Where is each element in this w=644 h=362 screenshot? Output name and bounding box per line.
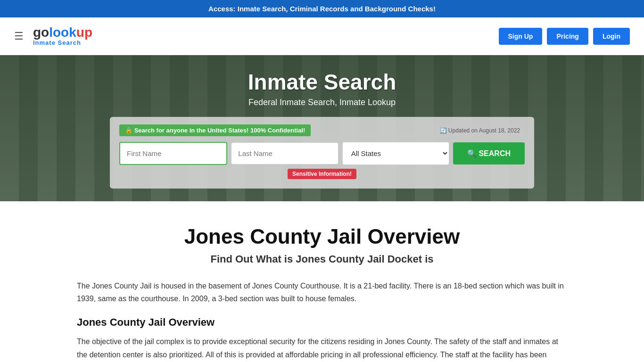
search-icon: 🔍 — [467, 149, 477, 157]
page-heading: Jones County Jail Overview — [77, 225, 567, 248]
main-content: Jones County Jail Overview Find Out What… — [63, 201, 581, 362]
top-banner: Access: Inmate Search, Criminal Records … — [0, 0, 644, 17]
search-label: SEARCH — [479, 149, 511, 157]
last-name-input[interactable] — [231, 142, 338, 165]
signup-button[interactable]: Sign Up — [499, 28, 543, 45]
search-container: Search for anyone in the United States! … — [110, 117, 534, 189]
updated-text: Updated on August 18, 2022 — [435, 125, 525, 136]
logo-subtitle: Inmate Search — [33, 39, 81, 46]
logo-ook: ook — [53, 25, 76, 40]
logo-up: up — [76, 25, 92, 40]
first-name-input[interactable] — [119, 142, 227, 165]
hero-section: Inmate Search Federal Inmate Search, Inm… — [0, 55, 644, 201]
hero-title: Inmate Search — [0, 69, 644, 95]
search-fields: All StatesAlabamaAlaskaArizonaArkansasCa… — [119, 142, 525, 165]
header-left: ☰ golookup Inmate Search — [14, 26, 92, 46]
search-button[interactable]: 🔍 SEARCH — [453, 142, 525, 165]
search-top-bar: Search for anyone in the United States! … — [119, 124, 525, 136]
login-button[interactable]: Login — [593, 28, 630, 45]
page-subheading: Find Out What is Jones County Jail Docke… — [77, 253, 567, 265]
hero-subtitle: Federal Inmate Search, Inmate Lookup — [0, 98, 644, 107]
logo-look: l — [49, 25, 53, 40]
hero-content: Inmate Search Federal Inmate Search, Inm… — [0, 69, 644, 189]
sensitive-badge: Sensitive Information! — [288, 169, 356, 179]
logo-go: go — [33, 25, 49, 40]
logo-area: golookup Inmate Search — [33, 26, 92, 46]
state-select[interactable]: All StatesAlabamaAlaskaArizonaArkansasCa… — [342, 142, 449, 165]
section1-paragraph: The objective of the jail complex is to … — [77, 335, 567, 362]
section1-heading: Jones County Jail Overview — [77, 316, 567, 329]
pricing-button[interactable]: Pricing — [547, 28, 588, 45]
hamburger-icon[interactable]: ☰ — [14, 30, 24, 42]
logo[interactable]: golookup — [33, 26, 92, 39]
top-banner-text: Access: Inmate Search, Criminal Records … — [208, 5, 436, 13]
header-right: Sign Up Pricing Login — [499, 28, 630, 45]
header: ☰ golookup Inmate Search Sign Up Pricing… — [0, 17, 644, 55]
secure-badge: Search for anyone in the United States! … — [119, 124, 311, 136]
intro-paragraph: The Jones County Jail is housed in the b… — [77, 280, 567, 305]
